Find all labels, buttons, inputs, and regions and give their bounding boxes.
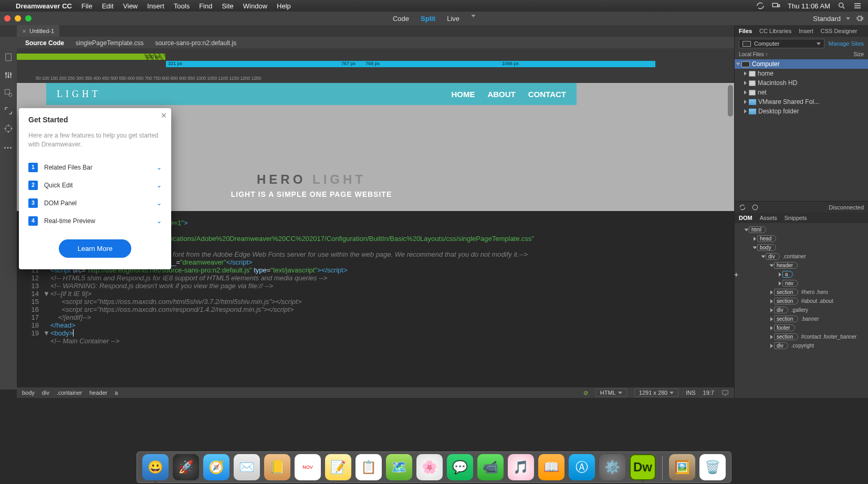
live-dropdown-icon[interactable]: [471, 15, 475, 17]
facetime-icon[interactable]: 📹: [477, 454, 504, 480]
breakpoint-320[interactable]: [17, 54, 165, 60]
tree-root[interactable]: Computer: [735, 59, 868, 69]
view-split[interactable]: Split: [421, 15, 435, 23]
crumb-a[interactable]: a: [115, 390, 118, 396]
col-size[interactable]: Size: [854, 51, 864, 57]
dreamweaver-icon[interactable]: Dw: [630, 454, 656, 480]
dom-hero[interactable]: section#hero .hero: [735, 288, 868, 297]
add-icon[interactable]: +: [734, 270, 738, 279]
screens-icon[interactable]: [772, 2, 780, 10]
zoom-window-button[interactable]: [25, 15, 32, 22]
media-query-bar[interactable]: 320 px 321 px 767 px 768 px 1096 px: [17, 48, 734, 75]
col-local-files[interactable]: Local Files ↑: [739, 51, 768, 57]
disclosure-icon[interactable]: [744, 109, 747, 113]
menu-help[interactable]: Help: [277, 2, 291, 10]
itunes-icon[interactable]: 🎵: [508, 454, 534, 480]
dom-nav[interactable]: nav: [735, 279, 868, 288]
sync-icon[interactable]: [751, 204, 759, 211]
clock[interactable]: Thu 11:06 AM: [788, 2, 830, 10]
dom-body[interactable]: body: [735, 243, 868, 252]
settings-icon[interactable]: ⚙️: [599, 454, 625, 480]
nav-about[interactable]: ABOUT: [487, 90, 515, 99]
manage-sites-link[interactable]: Manage Sites: [829, 40, 864, 47]
tab-dom[interactable]: DOM: [739, 215, 752, 221]
workspace-selector[interactable]: Standard: [813, 15, 841, 23]
tree-item-desktop[interactable]: Desktop folder: [735, 107, 868, 116]
src-tab-css[interactable]: singlePageTemplate.css: [76, 39, 143, 47]
tab-assets[interactable]: Assets: [760, 215, 777, 221]
feature-related-files[interactable]: 1Related Files Bar⌄: [28, 159, 162, 176]
menu-file[interactable]: File: [81, 2, 92, 10]
crumb-div[interactable]: div: [42, 390, 49, 396]
menu-tools[interactable]: Tools: [174, 2, 190, 10]
menu-icon[interactable]: [853, 2, 862, 10]
feature-quick-edit[interactable]: 2Quick Edit⌄: [28, 176, 162, 194]
dom-head[interactable]: head: [735, 234, 868, 243]
search-icon[interactable]: [838, 2, 846, 10]
trash-icon[interactable]: 🗑️: [699, 454, 726, 480]
nav-contact[interactable]: CONTACT: [528, 90, 566, 99]
disclosure-icon[interactable]: [744, 81, 747, 85]
doc-tab[interactable]: ✕ Untitled-1: [17, 25, 59, 37]
feature-realtime-preview[interactable]: 4Real-time Preview⌄: [28, 212, 162, 230]
inspect-icon[interactable]: [4, 88, 13, 98]
close-tab-icon[interactable]: ✕: [22, 28, 26, 34]
maps-icon[interactable]: 🗺️: [386, 454, 412, 480]
document-icon[interactable]: [4, 52, 13, 62]
tree-item-vmware[interactable]: VMware Shared Fol...: [735, 97, 868, 107]
messages-icon[interactable]: 💬: [447, 454, 473, 480]
preview-icon[interactable]: [721, 389, 729, 396]
more-icon[interactable]: •••: [4, 145, 13, 151]
scrollbar[interactable]: [728, 85, 733, 117]
crumb-container[interactable]: .container: [57, 390, 82, 396]
dom-contact[interactable]: section#contact .footer_banner: [735, 332, 868, 341]
sliders-icon[interactable]: [4, 70, 13, 80]
appstore-icon[interactable]: Ⓐ: [569, 454, 595, 480]
target-icon[interactable]: [4, 124, 13, 133]
dom-gallery[interactable]: div.gallery: [735, 306, 868, 314]
menu-view[interactable]: View: [123, 2, 138, 10]
disclosure-icon[interactable]: [744, 100, 747, 104]
ibooks-icon[interactable]: 📖: [538, 454, 564, 480]
desktop-stack-icon[interactable]: 🖼️: [669, 454, 695, 480]
mail-icon[interactable]: ✉️: [234, 454, 260, 480]
dom-html[interactable]: html: [735, 225, 868, 234]
breakpoint-range[interactable]: 321 px 767 px 768 px 1096 px: [166, 61, 655, 67]
files-source-selector[interactable]: Computer: [739, 39, 824, 48]
menu-window[interactable]: Window: [243, 2, 267, 10]
dom-banner[interactable]: section.banner: [735, 314, 868, 323]
dom-about[interactable]: section#about .about: [735, 297, 868, 306]
view-live[interactable]: Live: [447, 15, 459, 23]
expand-icon[interactable]: [4, 106, 13, 115]
refresh-icon[interactable]: [739, 204, 746, 211]
tab-snippets[interactable]: Snippets: [785, 215, 807, 221]
tab-insert[interactable]: Insert: [799, 28, 813, 34]
reminders-icon[interactable]: 📋: [355, 454, 382, 480]
contacts-icon[interactable]: 📒: [264, 454, 290, 480]
disclosure-icon[interactable]: [736, 63, 740, 66]
feature-dom-panel[interactable]: 3DOM Panel⌄: [28, 194, 162, 212]
dims-selector[interactable]: 1291 x 280: [634, 388, 678, 397]
disclosure-icon[interactable]: [744, 71, 747, 76]
dom-copyright[interactable]: div.copyright: [735, 341, 868, 350]
safari-icon[interactable]: 🧭: [203, 454, 229, 480]
menu-find[interactable]: Find: [199, 2, 212, 10]
sync-icon[interactable]: [756, 2, 765, 10]
view-code[interactable]: Code: [393, 15, 409, 23]
crumb-header[interactable]: header: [89, 390, 107, 396]
nav-home[interactable]: HOME: [451, 90, 475, 99]
menu-edit[interactable]: Edit: [102, 2, 113, 10]
photos-icon[interactable]: 🌸: [416, 454, 443, 480]
dom-footer[interactable]: footer: [735, 323, 868, 332]
finder-icon[interactable]: 😀: [142, 454, 169, 480]
dom-container[interactable]: div.container: [735, 252, 868, 261]
launchpad-icon[interactable]: 🚀: [173, 454, 199, 480]
page-logo[interactable]: LIGHT: [57, 89, 101, 100]
tree-item-macintosh[interactable]: Macintosh HD: [735, 78, 868, 88]
close-icon[interactable]: ✕: [161, 111, 167, 120]
lang-selector[interactable]: HTML: [595, 388, 627, 397]
tree-item-home[interactable]: home: [735, 69, 868, 78]
menu-insert[interactable]: Insert: [147, 2, 164, 10]
chevron-down-icon[interactable]: [846, 17, 850, 20]
dom-a[interactable]: +a: [735, 270, 868, 279]
